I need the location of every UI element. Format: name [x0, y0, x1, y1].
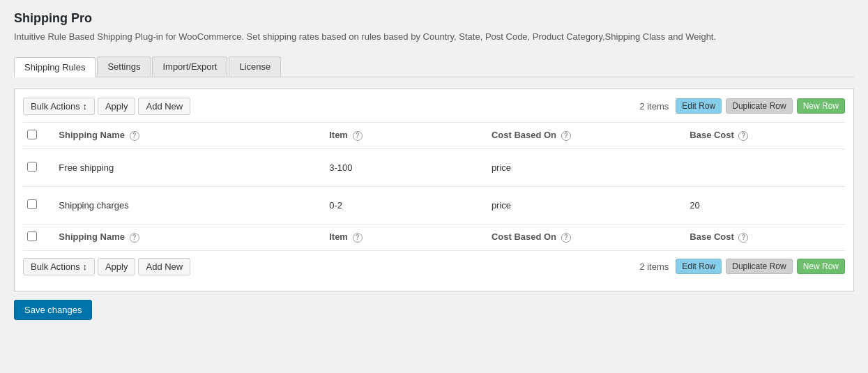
tab-shipping-rules[interactable]: Shipping Rules — [14, 57, 96, 77]
row-checkbox-col — [23, 149, 52, 186]
footer-cost-based-on-help-icon[interactable]: ? — [561, 233, 571, 243]
bulk-actions-top-button[interactable]: Bulk Actions ↕ — [23, 98, 95, 115]
items-count-bottom: 2 items — [639, 261, 669, 272]
header-cost-based-on: Cost Based On ? — [485, 122, 683, 149]
edit-row-top-button[interactable]: Edit Row — [676, 98, 722, 114]
row-cost-based-on: price — [485, 186, 683, 224]
item-help-icon[interactable]: ? — [353, 131, 363, 141]
row-cost-based-on: price — [485, 149, 683, 186]
row-item: 0-2 — [322, 186, 485, 224]
footer-base-cost: Base Cost ? — [683, 224, 845, 250]
footer-shipping-name-help-icon[interactable]: ? — [130, 233, 139, 243]
row-item: 3-100 — [322, 149, 485, 186]
row-checkbox-0[interactable] — [27, 162, 37, 172]
table-header-row: Shipping Name ? Item ? Cost Based On ? B… — [23, 122, 845, 149]
header-item: Item ? — [322, 122, 485, 149]
header-shipping-name: Shipping Name ? — [52, 122, 322, 149]
footer-item: Item ? — [322, 224, 485, 250]
tab-license[interactable]: License — [229, 56, 281, 77]
plugin-description: Intuitive Rule Based Shipping Plug-in fo… — [14, 30, 854, 44]
cost-based-on-help-icon[interactable]: ? — [561, 131, 571, 141]
duplicate-row-top-button[interactable]: Duplicate Row — [726, 98, 792, 114]
bulk-actions-bottom-button[interactable]: Bulk Actions ↕ — [23, 258, 95, 275]
edit-row-bottom-button[interactable]: Edit Row — [676, 259, 722, 274]
save-changes-button[interactable]: Save changes — [14, 300, 92, 320]
header-checkbox-col — [23, 122, 52, 149]
row-shipping-name: Free shipping — [52, 149, 322, 186]
apply-top-button[interactable]: Apply — [98, 98, 136, 115]
sort-icon-bottom: ↕ — [82, 261, 87, 272]
save-bar: Save changes — [14, 300, 854, 320]
duplicate-row-bottom-button[interactable]: Duplicate Row — [726, 259, 792, 274]
table-row: Free shipping 3-100 price — [23, 149, 845, 186]
new-row-top-button[interactable]: New Row — [797, 98, 845, 114]
select-all-footer-checkbox[interactable] — [27, 231, 37, 241]
table-row: Shipping charges 0-2 price 20 — [23, 186, 845, 224]
items-count-top: 2 items — [639, 101, 669, 112]
row-checkbox-1[interactable] — [27, 199, 37, 209]
shipping-name-help-icon[interactable]: ? — [130, 131, 139, 141]
row-shipping-name: Shipping charges — [52, 186, 322, 224]
row-base-cost — [683, 149, 845, 186]
sort-icon: ↕ — [82, 101, 87, 112]
toolbar-top: Bulk Actions ↕ Apply Add New 2 items Edi… — [23, 98, 845, 115]
footer-cost-based-on: Cost Based On ? — [485, 224, 683, 250]
header-base-cost: Base Cost ? — [683, 122, 845, 149]
tabs-nav: Shipping Rules Settings Import/Export Li… — [14, 56, 854, 77]
row-checkbox-col — [23, 186, 52, 224]
tab-import-export[interactable]: Import/Export — [152, 56, 227, 77]
add-new-top-button[interactable]: Add New — [138, 98, 190, 115]
apply-bottom-button[interactable]: Apply — [98, 258, 136, 275]
toolbar-bottom: Bulk Actions ↕ Apply Add New 2 items Edi… — [23, 258, 845, 275]
row-base-cost: 20 — [683, 186, 845, 224]
new-row-bottom-button[interactable]: New Row — [797, 259, 845, 274]
add-new-bottom-button[interactable]: Add New — [138, 258, 190, 275]
shipping-table: Shipping Name ? Item ? Cost Based On ? B… — [23, 122, 845, 251]
tab-settings[interactable]: Settings — [97, 56, 151, 77]
footer-base-cost-help-icon[interactable]: ? — [738, 233, 748, 243]
footer-item-help-icon[interactable]: ? — [353, 233, 363, 243]
select-all-checkbox[interactable] — [27, 130, 37, 139]
plugin-title: Shipping Pro — [14, 11, 854, 26]
base-cost-help-icon[interactable]: ? — [738, 131, 748, 141]
footer-checkbox-col — [23, 224, 52, 250]
footer-shipping-name: Shipping Name ? — [52, 224, 322, 250]
table-footer-row: Shipping Name ? Item ? Cost Based On ? B… — [23, 224, 845, 250]
